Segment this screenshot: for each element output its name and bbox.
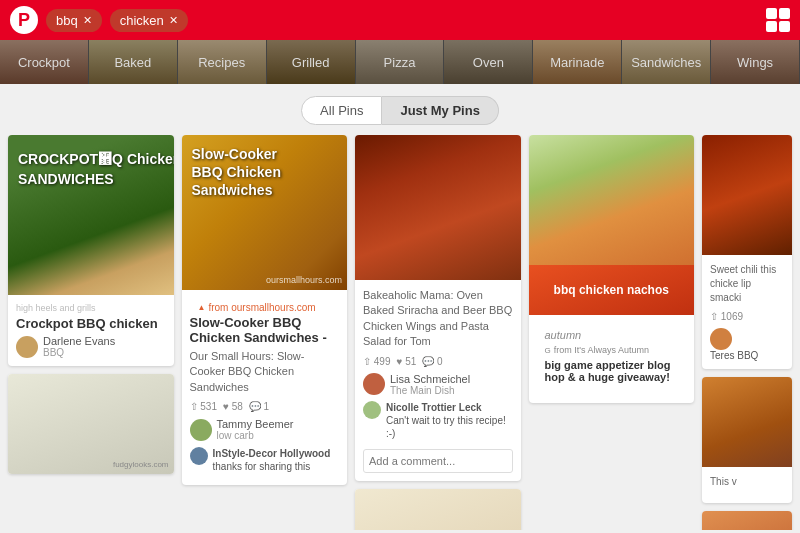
- category-grilled[interactable]: Grilled: [267, 40, 356, 84]
- pin-desc-chicken2: This v: [710, 475, 784, 489]
- category-bar: Crockpot Baked Recipes Grilled Pizza Ove…: [0, 40, 800, 84]
- pin-desc-slowcooker: Our Small Hours: Slow-Cooker BBQ Chicken…: [190, 349, 340, 395]
- pin-user-teres: Teres BBQ: [710, 350, 784, 361]
- pin-meta-tammy: Tammy Beemer low carb: [190, 418, 340, 441]
- pin-image-wings: [355, 135, 521, 280]
- grid-view-icon[interactable]: [766, 8, 790, 32]
- pin-card-chicken2[interactable]: This v: [702, 377, 792, 503]
- pin-stats-ribs: ⇧ 1069: [710, 311, 784, 322]
- pin-stats-slowcooker: ⇧ 531 ♥ 58 💬 1: [190, 401, 340, 412]
- category-wings[interactable]: Wings: [711, 40, 800, 84]
- pin-card-wings[interactable]: Bakeaholic Mama: Oven Baked Sriracha and…: [355, 135, 521, 481]
- tag-bbq-label: bbq: [56, 13, 78, 28]
- pin-card-slowcooker[interactable]: Slow-CookerBBQ ChickenSandwiches oursmal…: [182, 135, 348, 485]
- pin-board-lowcarb: low carb: [217, 430, 294, 441]
- pin-meta-teres: [710, 328, 784, 350]
- stat-likes: ♥ 58: [223, 401, 243, 412]
- avatar-nicolle: [363, 401, 381, 419]
- pin-image-tasty: [702, 511, 792, 530]
- pin-body-slowcooker: from oursmallhours.com Slow-Cooker BBQ C…: [182, 290, 348, 485]
- pin-column-1: high heels and grills Crockpot BBQ chick…: [8, 135, 174, 530]
- tag-chicken-label: chicken: [120, 13, 164, 28]
- avatar-teres: [710, 328, 732, 350]
- slowcooker-watermark: oursmallhours.com: [266, 275, 342, 285]
- pin-title-crockpot: Crockpot BBQ chicken: [16, 316, 166, 331]
- pin-card-ribs[interactable]: Sweet chili this chicke lip smacki ⇧ 106…: [702, 135, 792, 369]
- stat-repins-wings: ⇧ 499: [363, 356, 390, 367]
- just-my-pins-button[interactable]: Just My Pins: [382, 96, 498, 125]
- pin-meta-lisa: Lisa Schmeichel The Main Dish: [363, 373, 513, 396]
- avatar-tammy: [190, 419, 212, 441]
- pin-card-tasty[interactable]: Tasty is this and a hug: [702, 511, 792, 530]
- tag-bbq[interactable]: bbq ✕: [46, 9, 102, 32]
- pin-source-hh: high heels and grills: [16, 303, 166, 313]
- pin-stats-wings: ⇧ 499 ♥ 51 💬 0: [363, 356, 513, 367]
- avatar-instyle: [190, 447, 208, 465]
- category-oven[interactable]: Oven: [444, 40, 533, 84]
- pin-image-chicken2: [702, 377, 792, 467]
- from-always-autumn: G from It's Always Autumn: [537, 343, 687, 357]
- pinterest-p: P: [18, 10, 30, 31]
- pin-column-2: Slow-CookerBBQ ChickenSandwiches oursmal…: [182, 135, 348, 530]
- pin-user-darlene: Darlene Evans: [43, 335, 115, 347]
- pin-from-label: from oursmallhours.com: [190, 298, 340, 315]
- category-marinade[interactable]: Marinade: [533, 40, 622, 84]
- pin-card-crockpot-sandwich[interactable]: high heels and grills Crockpot BBQ chick…: [8, 135, 174, 366]
- pin-image-slowcooker: Slow-CookerBBQ ChickenSandwiches oursmal…: [182, 135, 348, 290]
- pin-image-nachos-top: [529, 135, 695, 265]
- pin-card-nachos[interactable]: bbq chicken nachos autumn G from It's Al…: [529, 135, 695, 403]
- pin-image-nachos-banner: bbq chicken nachos: [529, 265, 695, 315]
- pin-image-ribs: [702, 135, 792, 255]
- pin-board-maindish: The Main Dish: [390, 385, 470, 396]
- filter-row: All Pins Just My Pins: [0, 84, 800, 135]
- commenter-instyle-text: InStyle-Decor Hollywood thanks for shari…: [213, 447, 331, 473]
- pin-column-4: bbq chicken nachos autumn G from It's Al…: [529, 135, 695, 530]
- category-sandwiches[interactable]: Sandwiches: [622, 40, 711, 84]
- pinterest-logo[interactable]: P: [10, 6, 38, 34]
- pin-body-wings: Bakeaholic Mama: Oven Baked Sriracha and…: [355, 280, 521, 481]
- pin-body-ribs: Sweet chili this chicke lip smacki ⇧ 106…: [702, 255, 792, 369]
- avatar-darlene: [16, 336, 38, 358]
- pin-desc-ribs: Sweet chili this chicke lip smacki: [710, 263, 784, 305]
- pins-grid: high heels and grills Crockpot BBQ chick…: [0, 135, 800, 530]
- pin-user-lisa: Lisa Schmeichel: [390, 373, 470, 385]
- pin-card-bottles[interactable]: fudgylooks.com: [8, 374, 174, 474]
- stat-likes-wings: ♥ 51: [396, 356, 416, 367]
- category-baked[interactable]: Baked: [89, 40, 178, 84]
- crockpot-cursive-text: Crockpot: [397, 526, 478, 530]
- tag-bbq-close[interactable]: ✕: [83, 14, 92, 27]
- pin-body-chicken2: This v: [702, 467, 792, 503]
- pin-body-nachos: autumn G from It's Always Autumn big gam…: [529, 315, 695, 403]
- tag-chicken[interactable]: chicken ✕: [110, 9, 188, 32]
- pin-meta-crockpot: Darlene Evans BBQ: [16, 335, 166, 358]
- slowcooker-overlay-text: Slow-CookerBBQ ChickenSandwiches: [182, 135, 291, 210]
- stat-comments-wings: 💬 0: [422, 356, 442, 367]
- all-pins-button[interactable]: All Pins: [301, 96, 382, 125]
- category-crockpot[interactable]: Crockpot: [0, 40, 89, 84]
- comment-input[interactable]: [363, 449, 513, 473]
- pin-body-crockpot: high heels and grills Crockpot BBQ chick…: [8, 295, 174, 366]
- category-recipes[interactable]: Recipes: [178, 40, 267, 84]
- pin-body-nachos-title: big game appetizer blog hop & a huge giv…: [537, 357, 687, 395]
- pin-user-tammy: Tammy Beemer: [217, 418, 294, 430]
- pin-column-5: Sweet chili this chicke lip smacki ⇧ 106…: [702, 135, 792, 530]
- pin-image-crockpot-cursive: Crockpot: [355, 489, 521, 530]
- pin-board-bbq: BBQ: [43, 347, 115, 358]
- bottles-watermark: fudgylooks.com: [113, 460, 169, 469]
- pin-column-3: Bakeaholic Mama: Oven Baked Sriracha and…: [355, 135, 521, 530]
- top-bar: P bbq ✕ chicken ✕: [0, 0, 800, 40]
- avatar-lisa: [363, 373, 385, 395]
- comment-row-instyle: InStyle-Decor Hollywood thanks for shari…: [190, 447, 340, 473]
- pin-image-bottles: fudgylooks.com: [8, 374, 174, 474]
- pin-image-crockpot-sandwich: [8, 135, 174, 295]
- tag-chicken-close[interactable]: ✕: [169, 14, 178, 27]
- pin-card-crockpot-cursive[interactable]: Crockpot: [355, 489, 521, 530]
- stat-comments: 💬 1: [249, 401, 269, 412]
- stat-repins-ribs: ⇧ 1069: [710, 311, 743, 322]
- comment-row-nicolle: Nicolle Trottier Leck Can't wait to try …: [363, 401, 513, 440]
- from-icon: G: [545, 346, 551, 355]
- category-pizza[interactable]: Pizza: [356, 40, 445, 84]
- pin-title-slowcooker: Slow-Cooker BBQ Chicken Sandwiches -: [190, 315, 340, 345]
- commenter-nicolle-text: Nicolle Trottier Leck Can't wait to try …: [386, 401, 513, 440]
- autumn-label: autumn: [537, 323, 687, 343]
